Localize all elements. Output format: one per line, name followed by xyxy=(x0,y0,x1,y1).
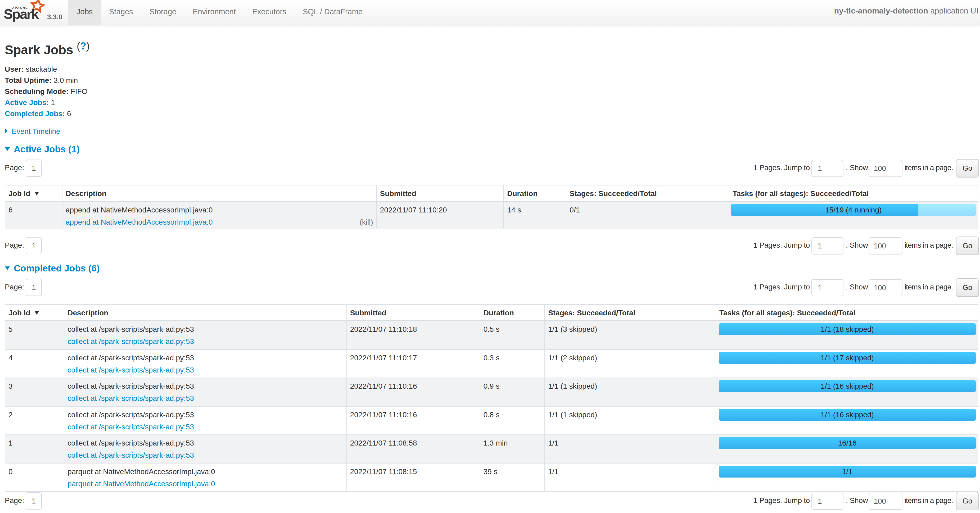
svg-text:Spark: Spark xyxy=(4,6,39,22)
